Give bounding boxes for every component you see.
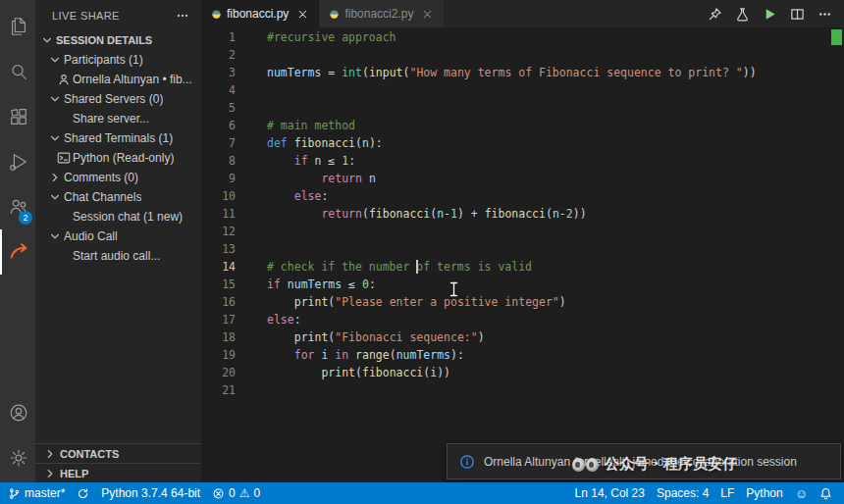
tree-item-label: Shared Servers (0) — [64, 92, 163, 106]
eyes-icon — [572, 458, 599, 472]
tree-item-label: Chat Channels — [64, 190, 141, 204]
code-line[interactable]: 1#recursive approach — [201, 28, 844, 46]
line-number: 9 — [201, 170, 236, 187]
tree-item-label: Start audio call... — [73, 249, 160, 263]
status-python-3-7-4-64-bit[interactable]: Python 3.7.4 64-bit — [95, 482, 206, 504]
pin-button[interactable] — [708, 7, 722, 22]
status-text: 0 — [229, 486, 236, 500]
line-number: 20 — [201, 364, 236, 381]
tree-item-ornella-altunyan-fib[interactable]: Ornella Altunyan • fib... — [35, 70, 201, 89]
tree-item-comments-0[interactable]: Comments (0) — [35, 168, 201, 187]
activity-bar: 2 — [0, 0, 35, 482]
status-branch[interactable]: master* — [2, 482, 71, 504]
code-line[interactable]: 9 return n — [201, 170, 844, 187]
beaker-icon — [735, 7, 750, 22]
tree-item-shared-servers-0[interactable]: Shared Servers (0) — [35, 89, 201, 109]
chevron-down-icon — [48, 229, 62, 243]
status-left: master*Python 3.7.4 64-bit0⚠0 — [2, 482, 266, 504]
more-actions-icon[interactable] — [176, 9, 189, 23]
code-line[interactable]: 21 — [201, 381, 844, 399]
code-text: return(fibonacci(n-1) + fibonacci(n-2)) — [267, 205, 587, 223]
warning-icon: ⚠ — [239, 487, 250, 499]
code-line[interactable]: 17else: — [201, 311, 844, 328]
status-text: Python 3.7.4 64-bit — [101, 486, 200, 500]
tab-fibonacci2-py[interactable]: fibonacci2.py — [319, 0, 445, 27]
notification-badge: 2 — [19, 211, 32, 225]
line-number: 14 — [201, 258, 236, 276]
tree-item-share-server[interactable]: Share server... — [35, 109, 201, 128]
code-line[interactable]: 7def fibonacci(n): — [201, 134, 844, 152]
status-ln-14-col-23[interactable]: Ln 14, Col 23 — [569, 482, 651, 504]
code-line[interactable]: 4 — [201, 81, 844, 99]
line-number: 21 — [201, 381, 236, 399]
code-text: #recursive approach — [267, 28, 396, 46]
tree-item-start-audio-call[interactable]: Start audio call... — [35, 246, 201, 266]
pin-icon — [708, 7, 722, 22]
line-number: 6 — [201, 117, 236, 134]
split-editor-button[interactable] — [790, 7, 805, 22]
watermark-text: 公众号・程序员安仔 — [605, 455, 737, 474]
tree-item-python-read-only[interactable]: Python (Read-only) — [35, 148, 201, 168]
code-line[interactable]: 11 return(fibonacci(n-1) + fibonacci(n-2… — [201, 205, 844, 223]
status-python[interactable]: Python — [740, 482, 788, 504]
beaker-button[interactable] — [735, 7, 750, 22]
status-error[interactable]: 0⚠0 — [206, 482, 266, 504]
activity-collaboration-button[interactable]: 2 — [0, 184, 35, 229]
tree-item-participants-1[interactable]: Participants (1) — [35, 50, 201, 70]
code-line[interactable]: 18 print("Fibonacci sequence:") — [201, 328, 844, 346]
code-text: else: — [267, 187, 328, 205]
tabs: fibonacci.pyfibonacci2.py — [201, 0, 445, 27]
activity-run-debug-button[interactable] — [0, 139, 35, 184]
activity-explorer-button[interactable] — [0, 4, 35, 49]
info-icon — [459, 454, 475, 470]
panel-help[interactable]: HELP — [35, 463, 201, 482]
text-caret — [416, 260, 418, 274]
tree-item-label: Python (Read-only) — [73, 151, 174, 165]
code-line[interactable]: 8 if n ≤ 1: — [201, 152, 844, 170]
code-line[interactable]: 2 — [201, 46, 844, 64]
line-number: 16 — [201, 293, 236, 311]
activity-live-share-button[interactable] — [0, 229, 35, 275]
code-line[interactable]: 3numTerms = int(input("How many terms of… — [201, 64, 844, 81]
tree-item-shared-terminals-1[interactable]: Shared Terminals (1) — [35, 128, 201, 148]
status-lf[interactable]: LF — [714, 482, 740, 504]
status-spaces-4[interactable]: Spaces: 4 — [651, 482, 714, 504]
code-line[interactable]: 14# check if the number of terms is vali… — [201, 258, 844, 276]
code-line[interactable]: 6# main method — [201, 117, 844, 134]
status-bell[interactable] — [814, 482, 838, 504]
close-tab-icon[interactable] — [421, 8, 434, 21]
tree-item-chat-channels[interactable]: Chat Channels — [35, 187, 201, 207]
code-line[interactable]: 19 for i in range(numTerms): — [201, 346, 844, 364]
more-actions-button[interactable] — [818, 7, 832, 22]
code-text: return n — [267, 170, 376, 187]
status-smiley[interactable]: ☺ — [789, 482, 814, 504]
panel-contacts[interactable]: CONTACTS — [35, 443, 201, 463]
status-sync[interactable] — [71, 482, 95, 504]
code-line[interactable]: 20 print(fibonacci(i)) — [201, 364, 844, 381]
code-line[interactable]: 13 — [201, 240, 844, 258]
close-tab-icon[interactable] — [296, 8, 309, 21]
tree-item-label: Session chat (1 new) — [73, 210, 183, 224]
code-line[interactable]: 10 else: — [201, 187, 844, 205]
tree-item-label: Comments (0) — [64, 171, 138, 184]
live-share-sidebar: LIVE SHARE SESSION DETAILSParticipants (… — [35, 0, 201, 482]
code-line[interactable]: 16 print("Please enter a positive intege… — [201, 293, 844, 311]
code-line[interactable]: 15if numTerms ≤ 0: — [201, 276, 844, 293]
panel-label: HELP — [60, 468, 88, 479]
status-text: LF — [720, 486, 734, 500]
activity-search-button[interactable] — [0, 49, 35, 94]
tree-item-session-details[interactable]: SESSION DETAILS — [35, 30, 201, 50]
run-python-file-button[interactable] — [763, 7, 777, 22]
activity-account-button[interactable] — [0, 390, 35, 435]
line-number: 11 — [201, 205, 236, 223]
activity-settings-button[interactable] — [0, 435, 35, 480]
code-text: else: — [267, 311, 301, 328]
tree-item-audio-call[interactable]: Audio Call — [35, 227, 201, 246]
status-text: 0 — [254, 486, 261, 500]
code-line[interactable]: 12 — [201, 223, 844, 240]
tab-fibonacci-py[interactable]: fibonacci.py — [201, 0, 319, 27]
code-editor[interactable]: 1#recursive approach23numTerms = int(inp… — [201, 27, 844, 482]
activity-extensions-button[interactable] — [0, 94, 35, 139]
tree-item-session-chat-1-new[interactable]: Session chat (1 new) — [35, 207, 201, 227]
code-line[interactable]: 5 — [201, 99, 844, 117]
